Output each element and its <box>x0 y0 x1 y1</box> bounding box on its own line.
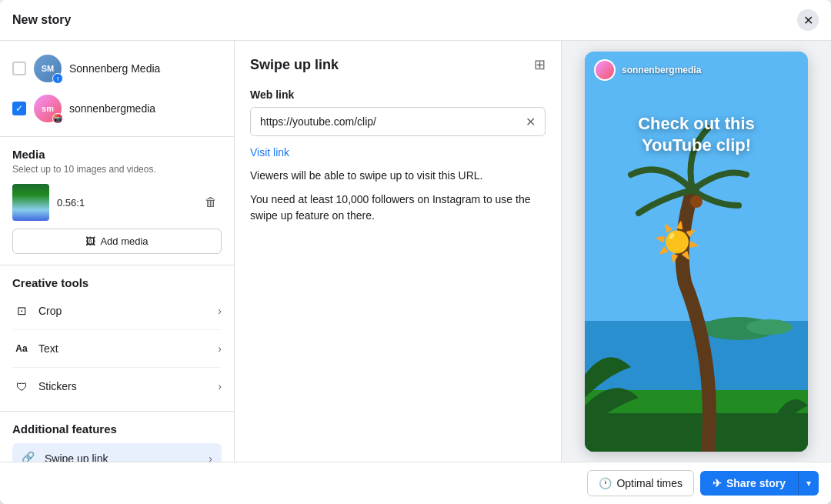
swipe-up-panel-title: Swipe up link <box>250 57 339 73</box>
share-story-label: Share story <box>726 477 786 489</box>
text-icon: Aa <box>12 339 31 358</box>
facebook-avatar-wrapper: SM f <box>34 55 62 82</box>
story-text-content: Check out thisYouTube clip! <box>638 114 755 155</box>
creative-tools-title: Creative tools <box>12 276 222 289</box>
text-chevron-icon: › <box>218 342 222 355</box>
media-thumb-inner <box>12 184 49 221</box>
story-emoji-sticker: ☀️ <box>654 221 700 264</box>
svg-point-3 <box>746 319 793 335</box>
stickers-icon: 🛡 <box>12 377 31 396</box>
svg-point-6 <box>690 195 703 208</box>
text-label: Text <box>38 342 218 355</box>
tool-text[interactable]: Aa Text › <box>12 330 222 368</box>
media-thumbnail <box>12 184 49 221</box>
swipe-up-link-icon: 🔗 <box>22 451 37 462</box>
modal-body: SM f Sonnenberg Media ✓ sm 📷 sonnenbergm… <box>0 41 831 462</box>
story-username: sonnenbergmedia <box>622 65 701 75</box>
media-section-title: Media <box>12 148 222 161</box>
add-media-button[interactable]: 🖼 Add media <box>12 229 222 254</box>
visit-link[interactable]: Visit link <box>250 146 289 159</box>
media-section-subtitle: Select up to 10 images and videos. <box>12 164 222 175</box>
swipe-up-chevron-icon: › <box>209 452 212 462</box>
panel-layout-icon[interactable]: ⊞ <box>534 56 546 73</box>
swipe-up-link-label: Swipe up link <box>45 452 209 462</box>
story-avatar <box>594 59 616 81</box>
modal-header: New story ✕ <box>0 0 831 41</box>
additional-features-title: Additional features <box>12 422 222 436</box>
swipe-up-info-text-1: Viewers will be able to swipe up to visi… <box>250 168 546 184</box>
crop-icon: ⊡ <box>12 302 31 320</box>
facebook-badge: f <box>52 73 63 84</box>
tool-stickers[interactable]: 🛡 Stickers › <box>12 368 222 405</box>
account-item-facebook[interactable]: SM f Sonnenberg Media <box>0 48 234 88</box>
crop-label: Crop <box>38 305 218 317</box>
media-item: 0.56:1 🗑 <box>12 184 222 221</box>
instagram-account-name: sonnenbergmedia <box>69 102 155 115</box>
story-header: sonnenbergmedia <box>594 59 701 81</box>
tool-crop[interactable]: ⊡ Crop › <box>12 292 222 330</box>
facebook-account-checkbox[interactable] <box>12 62 26 75</box>
additional-features-items: 🔗 Swipe up link › <box>12 443 222 462</box>
stickers-chevron-icon: › <box>218 380 222 392</box>
instagram-account-checkbox[interactable]: ✓ <box>12 102 26 115</box>
swipe-up-link-item[interactable]: 🔗 Swipe up link › <box>12 443 222 462</box>
panel-header: Swipe up link ⊞ <box>250 56 546 73</box>
account-list: SM f Sonnenberg Media ✓ sm 📷 sonnenbergm… <box>0 41 234 137</box>
account-item-instagram[interactable]: ✓ sm 📷 sonnenbergmedia <box>0 88 234 129</box>
url-input-wrapper: ✕ <box>250 107 546 136</box>
story-text-overlay: Check out thisYouTube clip! <box>585 113 808 157</box>
share-story-group: ✈ Share story ▾ <box>700 471 819 496</box>
middle-panel: Swipe up link ⊞ Web link ✕ Visit link Vi… <box>235 41 562 462</box>
stickers-label: Stickers <box>38 380 218 392</box>
close-button[interactable]: ✕ <box>797 9 819 31</box>
story-preview-panel: sonnenbergmedia Check out thisYouTube cl… <box>562 41 831 462</box>
add-media-label: Add media <box>100 235 148 247</box>
story-preview: sonnenbergmedia Check out thisYouTube cl… <box>585 52 808 452</box>
additional-features-section: Additional features 🔗 Swipe up link › <box>0 412 234 462</box>
share-story-button[interactable]: ✈ Share story <box>700 471 798 496</box>
story-text-line1: Check out thisYouTube clip! <box>600 113 793 157</box>
instagram-badge: 📷 <box>52 113 63 124</box>
share-story-dropdown-button[interactable]: ▾ <box>798 471 819 496</box>
crop-chevron-icon: › <box>218 305 222 317</box>
optimal-times-button[interactable]: 🕐 Optimal times <box>587 470 694 496</box>
modal-title: New story <box>12 13 71 27</box>
optimal-times-label: Optimal times <box>616 477 682 489</box>
left-panel: SM f Sonnenberg Media ✓ sm 📷 sonnenbergm… <box>0 41 235 462</box>
url-input[interactable] <box>251 108 516 135</box>
clock-icon: 🕐 <box>599 477 612 489</box>
modal-footer: 🕐 Optimal times ✈ Share story ▾ <box>0 462 831 504</box>
media-ratio: 0.56:1 <box>57 197 192 209</box>
facebook-account-name: Sonnenberg Media <box>69 62 160 75</box>
creative-tools-section: Creative tools ⊡ Crop › Aa Text › 🛡 Stic… <box>0 265 234 412</box>
add-media-icon: 🖼 <box>85 235 95 247</box>
swipe-up-info-text-2: You need at least 10,000 followers on In… <box>250 192 546 224</box>
instagram-avatar-wrapper: sm 📷 <box>34 95 62 122</box>
media-section: Media Select up to 10 images and videos.… <box>0 137 234 265</box>
url-clear-button[interactable]: ✕ <box>516 108 545 135</box>
media-delete-button[interactable]: 🗑 <box>200 192 222 213</box>
send-icon: ✈ <box>713 477 722 489</box>
modal: New story ✕ SM f Sonnenberg Media ✓ s <box>0 0 831 504</box>
web-link-label: Web link <box>250 88 546 101</box>
